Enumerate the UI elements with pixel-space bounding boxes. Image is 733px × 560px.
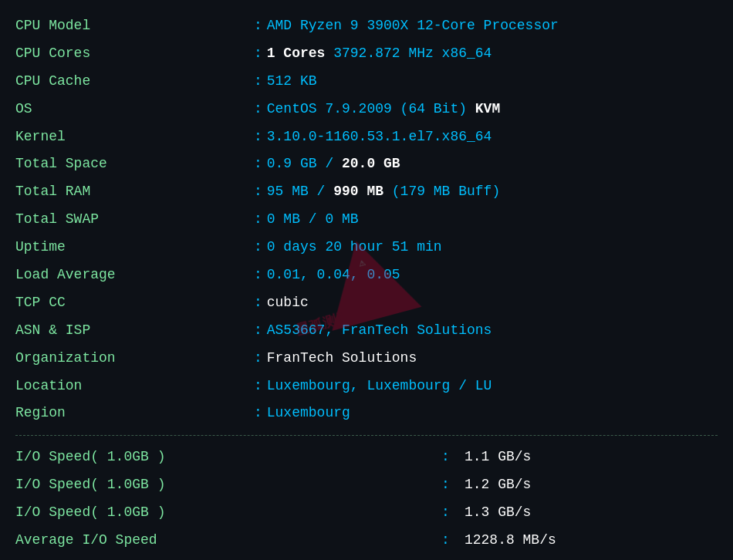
io-row-colon: : [441, 499, 464, 527]
row-colon: : [254, 289, 267, 317]
row-colon: : [254, 68, 267, 96]
row-value: 0.9 GB / 20.0 GB [267, 150, 718, 178]
row-label: Organization [15, 345, 254, 373]
table-row: Total RAM:95 MB / 990 MB (179 MB Buff) [15, 178, 718, 206]
row-colon: : [254, 373, 267, 400]
row-value: 512 KB [267, 68, 718, 96]
table-row: CPU Model:AMD Ryzen 9 3900X 12-Core Proc… [15, 12, 718, 40]
row-value: cubic [267, 289, 718, 317]
table-row: Location:Luxembourg, Luxembourg / LU [15, 373, 718, 400]
table-row: Region:Luxembourg [15, 400, 718, 427]
row-colon: : [254, 96, 267, 123]
value-part: 0.9 GB / [267, 156, 342, 171]
io-row-value: 1.3 GB/s [464, 499, 718, 527]
row-value: 0 MB / 0 MB [267, 206, 718, 234]
io-table-row: I/O Speed( 1.0GB ):1.2 GB/s [15, 471, 718, 499]
value-part: 990 MB [333, 184, 383, 199]
io-speed-table: I/O Speed( 1.0GB ):1.1 GB/sI/O Speed( 1.… [15, 444, 718, 555]
io-row-value: 1.2 GB/s [464, 471, 718, 499]
io-table-row: I/O Speed( 1.0GB ):1.3 GB/s [15, 499, 718, 527]
io-table-row: I/O Speed( 1.0GB ):1.1 GB/s [15, 444, 718, 471]
table-row: CPU Cores:1 Cores 3792.872 MHz x86_64 [15, 40, 718, 68]
table-row: Total SWAP:0 MB / 0 MB [15, 206, 718, 234]
value-part: KVM [475, 101, 500, 116]
row-label: Location [15, 373, 254, 400]
row-label: CPU Model [15, 12, 254, 40]
row-value: 95 MB / 990 MB (179 MB Buff) [267, 178, 718, 206]
row-label: Region [15, 400, 254, 427]
row-label: CPU Cache [15, 68, 254, 96]
table-row: TCP CC:cubic [15, 289, 718, 317]
row-label: OS [15, 96, 254, 123]
io-row-label: I/O Speed( 1.0GB ) [15, 499, 441, 527]
row-colon: : [254, 345, 267, 373]
row-value: AS53667, FranTech Solutions [267, 317, 718, 345]
io-row-value: 1.1 GB/s [464, 444, 718, 471]
table-row: Uptime:0 days 20 hour 51 min [15, 234, 718, 261]
value-part: CentOS 7.9.2009 (64 Bit) [267, 101, 475, 116]
row-label: Uptime [15, 234, 254, 261]
row-label: TCP CC [15, 289, 254, 317]
row-value: Luxembourg [267, 400, 718, 427]
value-part: 20.0 GB [342, 156, 400, 171]
io-table-row: Average I/O Speed:1228.8 MB/s [15, 527, 718, 555]
table-row: ASN & ISP:AS53667, FranTech Solutions [15, 317, 718, 345]
table-row: CPU Cache:512 KB [15, 68, 718, 96]
io-row-value: 1228.8 MB/s [464, 527, 718, 555]
row-label: Kernel [15, 123, 254, 151]
value-part: 3792.872 MHz x86_64 [333, 46, 491, 61]
section-divider [15, 435, 718, 436]
row-colon: : [254, 206, 267, 234]
row-colon: : [254, 261, 267, 289]
io-row-colon: : [441, 444, 464, 471]
row-label: Total SWAP [15, 206, 254, 234]
row-colon: : [254, 123, 267, 151]
value-part: (179 MB Buff) [383, 184, 500, 199]
row-label: Load Average [15, 261, 254, 289]
row-colon: : [254, 234, 267, 261]
row-value: 0.01, 0.04, 0.05 [267, 261, 718, 289]
io-row-label: Average I/O Speed [15, 527, 441, 555]
row-colon: : [254, 12, 267, 40]
system-info-table: CPU Model:AMD Ryzen 9 3900X 12-Core Proc… [15, 12, 718, 427]
row-colon: : [254, 178, 267, 206]
row-value: 0 days 20 hour 51 min [267, 234, 718, 261]
table-row: Load Average:0.01, 0.04, 0.05 [15, 261, 718, 289]
table-row: Total Space:0.9 GB / 20.0 GB [15, 150, 718, 178]
row-value: FranTech Solutions [267, 345, 718, 373]
row-label: CPU Cores [15, 40, 254, 68]
row-colon: : [254, 400, 267, 427]
table-row: Kernel:3.10.0-1160.53.1.el7.x86_64 [15, 123, 718, 151]
row-value: 3.10.0-1160.53.1.el7.x86_64 [267, 123, 718, 151]
row-value: Luxembourg, Luxembourg / LU [267, 373, 718, 400]
row-value: CentOS 7.9.2009 (64 Bit) KVM [267, 96, 718, 123]
io-row-colon: : [441, 471, 464, 499]
row-label: Total Space [15, 150, 254, 178]
value-part: 1 Cores [267, 46, 333, 61]
row-colon: : [254, 150, 267, 178]
value-part: 95 MB / [267, 184, 333, 199]
row-colon: : [254, 317, 267, 345]
io-row-colon: : [441, 527, 464, 555]
row-label: Total RAM [15, 178, 254, 206]
row-value: AMD Ryzen 9 3900X 12-Core Processor [267, 12, 718, 40]
row-colon: : [254, 40, 267, 68]
row-label: ASN & ISP [15, 317, 254, 345]
table-row: Organization:FranTech Solutions [15, 345, 718, 373]
table-row: OS:CentOS 7.9.2009 (64 Bit) KVM [15, 96, 718, 123]
row-value: 1 Cores 3792.872 MHz x86_64 [267, 40, 718, 68]
io-row-label: I/O Speed( 1.0GB ) [15, 471, 441, 499]
io-row-label: I/O Speed( 1.0GB ) [15, 444, 441, 471]
